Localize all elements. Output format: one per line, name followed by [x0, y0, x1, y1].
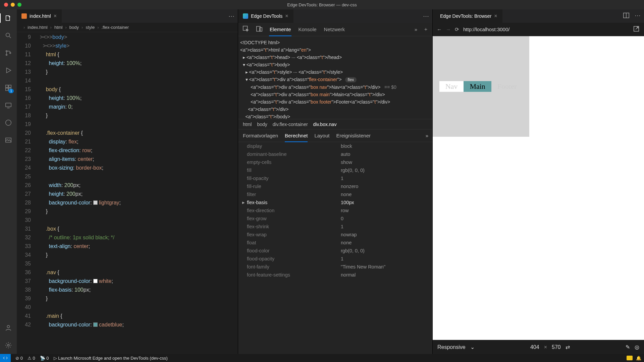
extensions-badge: 1 [8, 89, 14, 93]
computed-row[interactable]: flex-shrink1 [238, 223, 432, 231]
split-editor-icon[interactable] [623, 12, 630, 21]
code-editor[interactable]: 9101112131415161718192021222324252627282… [17, 32, 238, 354]
tab-browser[interactable]: Edge DevTools: Browser × [433, 9, 502, 23]
activity-bar: 1 [0, 9, 17, 354]
svg-point-1 [6, 51, 7, 52]
account-icon[interactable] [4, 323, 13, 333]
devtools-panel: Edge DevTools × ⋯ Elemente Konsole Netzw… [238, 9, 433, 354]
window-controls[interactable] [0, 3, 21, 7]
chevron-right-icon[interactable]: » [415, 26, 417, 32]
svg-point-3 [10, 52, 11, 54]
breadcrumb[interactable]: ›index.html ›html ›body ›style ›.flex-co… [17, 23, 238, 32]
remote-indicator[interactable] [0, 354, 11, 362]
computed-styles[interactable]: displayblockdominant-baselineautoempty-c… [238, 142, 432, 354]
computed-row[interactable]: filternone [238, 190, 432, 198]
computed-row[interactable]: fill-opacity1 [238, 174, 432, 182]
tab-index-html[interactable]: index.html × [17, 9, 62, 23]
forward-icon[interactable]: → [446, 26, 451, 32]
back-icon[interactable]: ← [437, 26, 442, 32]
status-errors[interactable]: ⊘ 0 [15, 356, 23, 361]
svg-rect-4 [6, 85, 8, 87]
editor-more-icon[interactable]: ⋯ [635, 12, 641, 21]
styles-tab-formatvorlagen[interactable]: Formatvorlagen [243, 133, 278, 138]
eyedropper-icon[interactable]: ✎ [626, 344, 630, 350]
devtools-tab-network[interactable]: Netzwerk [323, 26, 346, 32]
computed-row[interactable]: flex-grow0 [238, 215, 432, 223]
svg-rect-8 [6, 103, 11, 107]
svg-point-9 [6, 120, 11, 126]
computed-row[interactable]: empty-cellsshow [238, 158, 432, 166]
close-icon[interactable]: × [494, 13, 497, 19]
device-icon[interactable] [256, 25, 263, 34]
remote-explorer-icon[interactable] [4, 101, 13, 110]
computed-row[interactable]: flood-colorrgb(0, 0, 0) [238, 247, 432, 255]
responsive-label[interactable]: Responsive [437, 344, 466, 350]
search-icon[interactable] [4, 31, 13, 40]
reload-icon[interactable]: ⟳ [455, 26, 459, 33]
chevron-down-icon[interactable]: ⌄ [470, 344, 475, 350]
target-icon[interactable]: ◎ [635, 344, 639, 350]
svg-point-12 [7, 344, 9, 346]
computed-row[interactable]: flex-directionrow [238, 206, 432, 215]
computed-row[interactable]: floatnone [238, 239, 432, 247]
styles-tab-ereignislistener[interactable]: Ereignislistener [336, 133, 371, 138]
computed-row[interactable]: flood-opacity1 [238, 255, 432, 263]
devtools-tab-elements[interactable]: Elemente [269, 26, 291, 36]
tab-label: Edge DevTools: Browser [440, 13, 491, 19]
svg-rect-6 [6, 88, 8, 90]
svg-rect-15 [260, 27, 262, 31]
rotate-icon[interactable]: ⇄ [566, 344, 570, 350]
open-external-icon[interactable] [633, 25, 640, 34]
computed-row[interactable]: displayblock [238, 142, 432, 150]
styles-tab-berechnet[interactable]: Berechnet [285, 133, 308, 142]
editor-more-icon[interactable]: ⋯ [423, 12, 429, 20]
page-preview: Nav Main Footer [433, 36, 644, 340]
status-warnings[interactable]: ⚠ 0 [28, 356, 35, 361]
tab-edge-devtools[interactable]: Edge DevTools × [238, 9, 293, 23]
gear-icon[interactable] [4, 341, 13, 350]
gallery-icon[interactable] [4, 135, 13, 145]
source-control-icon[interactable] [4, 48, 13, 58]
responsive-bar: Responsive ⌄ 404 × 570 ⇄ ✎ ◎ [433, 340, 644, 354]
computed-row[interactable]: flex-wrapnowrap [238, 231, 432, 239]
window-title: Edge DevTools: Browser — dev-css [287, 2, 357, 7]
computed-row[interactable]: ▸flex-basis100px [238, 198, 432, 206]
notifications-icon[interactable]: 🔔 [636, 356, 641, 361]
computed-row[interactable]: fill-rulenonzero [238, 182, 432, 190]
run-debug-icon[interactable] [4, 66, 13, 75]
explorer-icon[interactable] [4, 13, 13, 23]
viewport-height[interactable]: 570 [552, 344, 561, 350]
tab-label: index.html [30, 13, 51, 19]
minimize-window-icon[interactable] [11, 3, 15, 7]
times-icon: × [544, 344, 547, 350]
inspect-icon[interactable] [242, 25, 250, 34]
status-launch[interactable]: ▷ Launch Microsoft Edge and open the Dev… [54, 356, 168, 361]
computed-row[interactable]: dominant-baselineauto [238, 150, 432, 158]
viewport-width[interactable]: 404 [530, 344, 539, 350]
close-icon[interactable]: × [285, 13, 288, 19]
close-icon[interactable]: × [54, 13, 57, 19]
zoom-window-icon[interactable] [17, 3, 21, 7]
svg-point-11 [7, 325, 9, 328]
editor-more-icon[interactable]: ⋯ [228, 12, 234, 20]
edge-tools-icon[interactable] [4, 118, 13, 127]
dom-tree[interactable]: <!DOCTYPE html><a">class="t">html a">lan… [238, 36, 432, 119]
url-input[interactable] [463, 26, 629, 32]
styles-tab-layout[interactable]: Layout [314, 133, 329, 138]
close-window-icon[interactable] [4, 3, 8, 7]
status-ports[interactable]: 📡 0 [40, 356, 49, 361]
styles-tabs: FormatvorlagenBerechnetLayoutEreignislis… [238, 129, 432, 142]
preview-footer-box: Footer [491, 81, 523, 92]
computed-row[interactable]: font-family"Times New Roman" [238, 263, 432, 271]
status-badge[interactable] [627, 356, 633, 360]
edge-icon [243, 13, 248, 19]
window-titlebar: Edge DevTools: Browser — dev-css [0, 0, 644, 9]
chevron-right-icon[interactable]: » [426, 133, 428, 138]
devtools-tab-console[interactable]: Konsole [298, 26, 317, 32]
tab-label: Edge DevTools [251, 13, 282, 19]
computed-row[interactable]: fillrgb(0, 0, 0) [238, 166, 432, 174]
dom-path[interactable]: htmlbodydiv.flex-containerdiv.box.nav [238, 119, 432, 129]
editor-group: index.html × ⋯ ›index.html ›html ›body ›… [17, 9, 238, 354]
computed-row[interactable]: font-feature-settingsnormal [238, 271, 432, 279]
plus-icon[interactable]: ＋ [423, 26, 428, 33]
